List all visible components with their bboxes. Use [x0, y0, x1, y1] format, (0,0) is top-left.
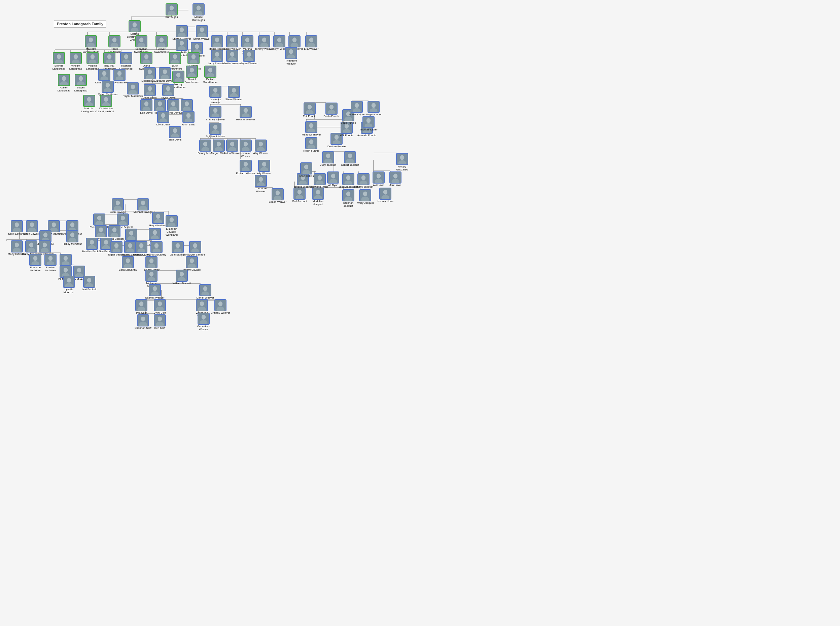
svg-point-565 — [153, 286, 157, 291]
avatar-rosalie_weaver — [240, 106, 252, 118]
svg-point-304 — [87, 97, 91, 102]
node-rosalie_weaver[interactable]: Rosalie Weaver — [236, 106, 256, 121]
node-bradley_weaver[interactable]: Bradley Weaver — [205, 106, 226, 121]
node-taylor_davis[interactable]: Taylor Davis — [158, 84, 178, 100]
node-brittany_weaver[interactable]: Brittany Weaver — [210, 299, 231, 315]
node-daniel_weaver2[interactable]: Daniel Weaver — [195, 284, 215, 300]
svg-point-217 — [292, 37, 297, 42]
avatar-virginia_landgraab — [86, 52, 99, 64]
node-claire_edwards[interactable]: Claire Edwards — [35, 240, 55, 256]
node-ken_seiff[interactable]: Ken Seiff — [150, 315, 170, 330]
node-alsy_weaver[interactable]: Alsy Weaver — [251, 139, 271, 155]
svg-point-517 — [112, 227, 116, 232]
node-robin_funnie[interactable]: Robin Funnie — [301, 137, 321, 153]
avatar-delilah_swarthmore — [204, 66, 217, 78]
node-christopher_landgraab_vi[interactable]: Christopher Landgraab VI — [96, 95, 116, 113]
node-levi_beckett[interactable]: Levi Beckett — [79, 276, 99, 291]
avatar-jon_howe — [389, 171, 402, 183]
avatar-daniel_weaver2 — [199, 284, 211, 296]
node-cora_mccarthy[interactable]: Cora McCarthy — [118, 256, 138, 272]
label-logan_landgraab: Logan Landgraab — [71, 86, 91, 92]
node-realie_landgraab[interactable]: Realie Landgraab — [104, 35, 124, 54]
avatar-sgt_hank_miser — [209, 123, 221, 135]
node-sgt_hank_miser[interactable]: Sgt. Hank Miser — [205, 123, 226, 138]
node-kaylynn_savage[interactable]: Kaylynn Savage — [185, 241, 205, 257]
avatar-zion_davis — [181, 99, 193, 111]
node-olivia_davis[interactable]: Olivia Davis — [153, 111, 173, 127]
node-goopy_gilscarbo[interactable]: Goopy GilsCarbo — [392, 153, 412, 171]
node-sharon_weaver[interactable]: Sharon Weaver — [172, 25, 192, 41]
label-shannon_seiff: Shannon Seiff — [135, 327, 151, 330]
node-jeremy_howe[interactable]: Jeremy Howe — [375, 188, 396, 203]
svg-point-568 — [203, 286, 207, 291]
svg-point-514 — [99, 227, 103, 232]
node-bryan_weaver2[interactable]: Bryan Weaver — [239, 50, 259, 65]
node-madeline_jacquet[interactable]: Madeline Jacquet — [308, 188, 328, 206]
node-delilah_swarthmore[interactable]: Delilah Swarthmore — [200, 66, 220, 84]
node-theodore_weaver_1[interactable]: Theodore Weaver — [281, 47, 301, 66]
node-amin_sims[interactable]: Amin Sims — [178, 111, 199, 127]
avatar-meadow_thayer — [305, 121, 317, 133]
node-burroughs[interactable]: Burroughs — [162, 3, 182, 19]
node-malcolm_landgraab_iv[interactable]: Malcolm Landgraab IV — [81, 35, 101, 54]
node-phil_seiff[interactable]: Phil Seiff — [131, 299, 151, 315]
node-lynette_mcarthur[interactable]: Lynette McArthur — [59, 276, 79, 294]
avatar-eddie_weaver — [226, 35, 238, 47]
node-genevieve_weaver[interactable]: Genevieve Weaver — [193, 313, 214, 331]
node-judy_jacquet[interactable]: Judy Jacquet — [318, 151, 338, 167]
node-clover_swarthmore[interactable]: Clover Swarthmore — [151, 35, 172, 54]
node-halley_mcarthur[interactable]: Halley McArthur — [62, 230, 82, 246]
node-gilbert_jacquet[interactable]: Gilbert Jacquet — [340, 151, 360, 167]
node-michael_savage[interactable]: Michael Savage — [133, 198, 153, 214]
avatar-halley_mcarthur — [66, 230, 79, 243]
avatar-richard_beckett — [93, 213, 105, 225]
avatar-taylor_matthews — [127, 82, 139, 94]
node-ally_weaver[interactable]: Ally Weaver — [254, 160, 274, 175]
svg-point-289 — [131, 85, 135, 89]
node-logan_landgraab[interactable]: Logan Landgraab — [71, 74, 91, 92]
node-scarlett_weaver[interactable]: Scarlett Weaver — [145, 284, 165, 300]
node-sherri_weaver[interactable]: Sherri Weaver — [224, 86, 244, 101]
node-edward_weaver[interactable]: Edward Weaver — [236, 160, 256, 175]
node-talia_davis[interactable]: Talia Davis — [165, 126, 185, 142]
node-joan_savage[interactable]: Joan Savage — [108, 198, 128, 214]
node-william_beckett[interactable]: William Beckett — [172, 270, 192, 285]
avatar-michael_savage — [137, 198, 149, 210]
node-avery_jacquet[interactable]: Avery Jacquet — [355, 189, 375, 205]
svg-point-490 — [64, 268, 68, 272]
svg-point-286 — [106, 83, 110, 88]
node-simon_weaver[interactable]: Simon Weaver — [267, 188, 288, 204]
avatar-sebastian_swarthmore — [135, 35, 148, 47]
svg-point-193 — [160, 37, 163, 42]
node-unity_seiff[interactable]: Unity Seiff — [150, 299, 170, 315]
node-freda_funnie[interactable]: Freda Funnie — [321, 103, 342, 118]
node-abigail_carter[interactable]: Abigail Carter — [363, 101, 384, 116]
avatar-amin_sims — [182, 111, 195, 123]
label-sgt_hank_miser: Sgt. Hank Miser — [206, 135, 225, 138]
node-elia_weaver[interactable]: Elia Weaver — [301, 35, 321, 51]
avatar-caitlin_weaver — [226, 50, 238, 62]
avatar-preston_mcarthur — [44, 254, 57, 266]
avatar-gilbert_jacquet — [344, 151, 356, 163]
avatar-theodore_weaver_2 — [255, 175, 267, 187]
node-jon_howe[interactable]: Jon Howe — [385, 171, 405, 187]
node-gail_jacquet[interactable]: Gail Jacquet — [289, 188, 309, 203]
svg-point-208 — [245, 37, 250, 42]
node-phil_funnie[interactable]: Phil Funnie — [300, 103, 320, 118]
node-ian_mccarthy[interactable]: Ian McCarthy — [141, 256, 162, 272]
node-maude_burroughs[interactable]: Maude Burroughs — [188, 3, 209, 22]
node-brian_collins[interactable]: Brian Collins — [296, 163, 316, 178]
node-maria_mccarthy[interactable]: Maria McCarthy — [146, 241, 166, 257]
avatar-simon_weaver — [272, 188, 284, 200]
node-lawrence_weaver[interactable]: Lawrence Weaver — [205, 86, 226, 104]
node-davis_davis[interactable]: Davis Davis — [140, 84, 160, 100]
node-sebastian_swarthmore[interactable]: Sebastian Swarthmore — [131, 35, 151, 54]
node-thomas_carter[interactable]: Thomas Carter — [358, 116, 378, 131]
avatar-ken_seiff — [154, 315, 166, 326]
node-rashida_carmichael[interactable]: Rashida Carmichael — [116, 52, 136, 70]
avatar-olivia_davis — [157, 111, 169, 123]
node-danny_savage[interactable]: Danny Savage — [182, 256, 202, 272]
node-quinn_matthews[interactable]: Quinn Matthews — [97, 81, 118, 96]
node-opal_savage[interactable]: Opal Savage — [168, 241, 188, 257]
node-meadow_thayer[interactable]: Meadow Thayer — [301, 121, 321, 136]
